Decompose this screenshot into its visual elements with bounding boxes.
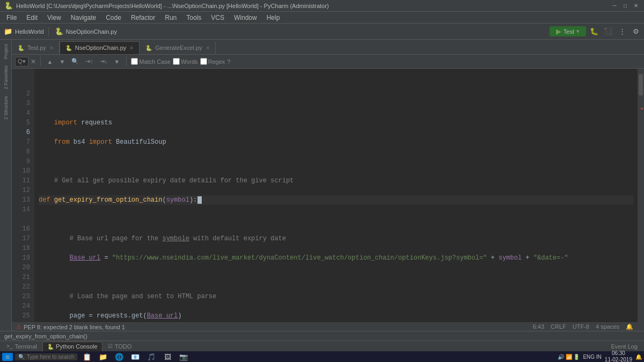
menu-navigate[interactable]: Navigate xyxy=(67,13,100,23)
words-option[interactable]: Words xyxy=(173,58,198,65)
indent-down-button[interactable]: ⇥↓ xyxy=(98,57,110,65)
menu-window[interactable]: Window xyxy=(230,13,261,23)
taskbar-icons: 🔊 📶 🔋 xyxy=(558,354,580,360)
tab-test-py[interactable]: 🐍 Test.py ✕ xyxy=(12,41,60,54)
tab-icon-excel: 🐍 xyxy=(145,45,152,51)
arrow-up-button[interactable]: ▲ xyxy=(45,58,55,65)
indent-button[interactable]: ⇥↑ xyxy=(83,57,96,65)
taskbar-search[interactable]: 🔍 Type here to search xyxy=(15,353,77,360)
sidebar-project[interactable]: Project xyxy=(2,42,10,61)
title-bar: 🐍 HelloWorld [C:\Users\itjeg\PycharmProj… xyxy=(0,0,644,12)
start-button[interactable]: ⊞ xyxy=(2,353,13,361)
time-display: 06:30 xyxy=(605,350,632,357)
taskbar-view[interactable]: 📋 xyxy=(79,352,94,361)
match-case-checkbox[interactable] xyxy=(131,58,138,65)
menu-edit[interactable]: Edit xyxy=(22,13,42,23)
cursor-position: 6:43 xyxy=(533,323,544,330)
close-button[interactable]: ✕ xyxy=(632,2,640,10)
tab-todo[interactable]: ☑ TODO xyxy=(104,342,136,351)
menu-tools[interactable]: Tools xyxy=(182,13,206,23)
run-dropdown-icon[interactable]: ▾ xyxy=(576,28,580,35)
arrow-down-button[interactable]: ▼ xyxy=(57,58,67,65)
breadcrumb: get_expiry_from_option_chain() xyxy=(4,333,87,339)
terminal-label: Terminal xyxy=(14,343,37,350)
project-icon: 📁 xyxy=(2,26,14,38)
tab-event-log[interactable]: Event Log xyxy=(606,342,642,351)
taskbar-chrome[interactable]: 🌐 xyxy=(112,352,127,361)
right-scrollbar[interactable] xyxy=(638,69,644,331)
tab-python-console[interactable]: 🐍 Python Console xyxy=(42,342,103,351)
window-title: HelloWorld [C:\Users\itjeg\PycharmProjec… xyxy=(16,3,329,9)
taskbar-camera[interactable]: 📷 xyxy=(176,352,191,361)
words-checkbox[interactable] xyxy=(173,58,180,65)
run-button[interactable]: ▶ Test ▾ xyxy=(550,26,586,36)
notification-icon[interactable]: 🔔 xyxy=(635,354,642,360)
menu-view[interactable]: View xyxy=(43,13,65,23)
minimize-button[interactable]: ─ xyxy=(611,2,618,10)
code-content[interactable]: import requests from bs4 import Beautifu… xyxy=(34,69,638,331)
warning-text: PEP 8: expected 2 blank lines, found 1 xyxy=(24,324,125,330)
taskbar: ⊞ 🔍 Type here to search 📋 📁 🌐 📧 🎵 🖼 📷 🔊 … xyxy=(0,351,644,362)
sidebar-structure[interactable]: 2 Structure xyxy=(2,94,10,122)
encoding-indicator: UTF-8 xyxy=(573,323,589,330)
regex-checkbox[interactable] xyxy=(200,58,207,65)
taskbar-mail[interactable]: 📧 xyxy=(128,352,143,361)
tab-terminal[interactable]: >_ Terminal xyxy=(2,342,41,351)
search-dropdown[interactable]: Q▾ xyxy=(18,58,26,65)
event-log-label: Event Log xyxy=(611,343,638,350)
status-right: 6:43 CRLF UTF-8 4 spaces 🔔 xyxy=(533,323,633,330)
tab-close-test[interactable]: ✕ xyxy=(49,45,54,51)
tab-close-excel[interactable]: ✕ xyxy=(206,45,210,51)
search-clear[interactable]: ✕ xyxy=(31,58,36,65)
error-marker xyxy=(641,108,643,109)
more-button[interactable]: ⋮ xyxy=(616,26,628,38)
taskbar-folder[interactable]: 📁 xyxy=(96,352,111,361)
debug-button[interactable]: 🐛 xyxy=(588,26,600,38)
taskbar-photos[interactable]: 🖼 xyxy=(160,352,175,361)
tab-label-nse: NseOptionChain.py xyxy=(75,45,126,51)
toolbar: 📁 HelloWorld 🐍 NseOptionChain.py ▶ Test … xyxy=(0,24,644,40)
warning-bar: ⚠ PEP 8: expected 2 blank lines, found 1… xyxy=(12,322,638,331)
regex-help[interactable]: ? xyxy=(227,58,230,65)
taskbar-search-label: Type here to search xyxy=(27,354,74,360)
stop-button[interactable]: ⬛ xyxy=(602,26,614,38)
settings-button[interactable]: ⚙ xyxy=(630,26,642,38)
status-bar: get_expiry_from_option_chain() xyxy=(0,331,644,341)
match-case-option[interactable]: Match Case xyxy=(131,58,171,65)
tab-icon-test: 🐍 xyxy=(18,45,24,51)
todo-icon: ☑ xyxy=(108,343,113,349)
sidebar-favorites[interactable]: 2 Favorites xyxy=(2,63,10,92)
current-file: NseOptionChain.py xyxy=(66,28,117,35)
search-icon[interactable]: 🔍 xyxy=(69,57,81,65)
filter-button[interactable]: ▼ xyxy=(112,58,122,65)
menu-run[interactable]: Run xyxy=(160,13,181,23)
search-icon-taskbar: 🔍 xyxy=(18,354,25,360)
regex-label: Regex xyxy=(208,58,225,65)
menu-help[interactable]: Help xyxy=(262,13,284,23)
tab-generate-excel[interactable]: 🐍 GenerateExcel.py ✕ xyxy=(140,41,215,54)
tab-icon-nse: 🐍 xyxy=(65,45,72,51)
project-name: HelloWorld xyxy=(15,28,44,35)
menu-refactor[interactable]: Refactor xyxy=(127,13,159,23)
search-sep xyxy=(40,57,41,67)
python-console-label: Python Console xyxy=(56,343,98,350)
date-display: 11-02-2019 xyxy=(605,357,632,362)
line-numbers: 2 3 4 5 6 7 8 9 10 11 12 13 14 16 17 18 … xyxy=(12,69,34,331)
tab-nse-option-chain[interactable]: 🐍 NseOptionChain.py ✕ xyxy=(60,41,140,54)
scroll-thumb[interactable] xyxy=(639,74,643,95)
menu-code[interactable]: Code xyxy=(101,13,126,23)
taskbar-spotify[interactable]: 🎵 xyxy=(144,352,159,361)
regex-option[interactable]: Regex xyxy=(200,58,225,65)
menu-file[interactable]: File xyxy=(2,13,21,23)
tab-close-nse[interactable]: ✕ xyxy=(129,45,134,51)
maximize-button[interactable]: □ xyxy=(621,2,629,10)
toolbar-separator-1 xyxy=(48,27,49,36)
taskbar-right: 🔊 📶 🔋 ENG IN 06:30 11-02-2019 🔔 xyxy=(558,350,642,362)
tab-label-test: Test.py xyxy=(27,45,46,51)
python-console-icon: 🐍 xyxy=(47,344,54,350)
menu-vcs[interactable]: VCS xyxy=(207,13,229,23)
keyboard-lang: ENG IN xyxy=(583,354,601,360)
editor-area[interactable]: 2 3 4 5 6 7 8 9 10 11 12 13 14 16 17 18 … xyxy=(12,69,638,331)
bottom-bar: >_ Terminal 🐍 Python Console ☑ TODO Even… xyxy=(0,341,644,351)
words-label: Words xyxy=(181,58,198,65)
